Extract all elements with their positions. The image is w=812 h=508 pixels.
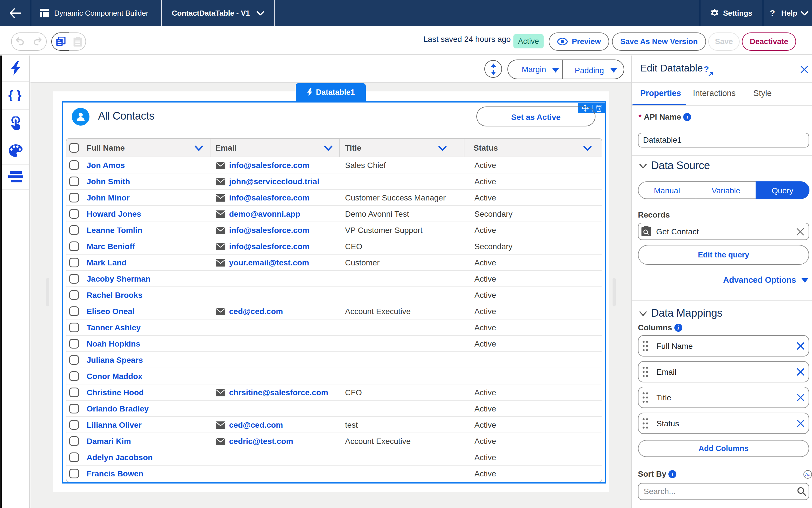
svg-text:{ }: { } xyxy=(8,90,22,101)
svg-text:?: ? xyxy=(704,65,709,74)
